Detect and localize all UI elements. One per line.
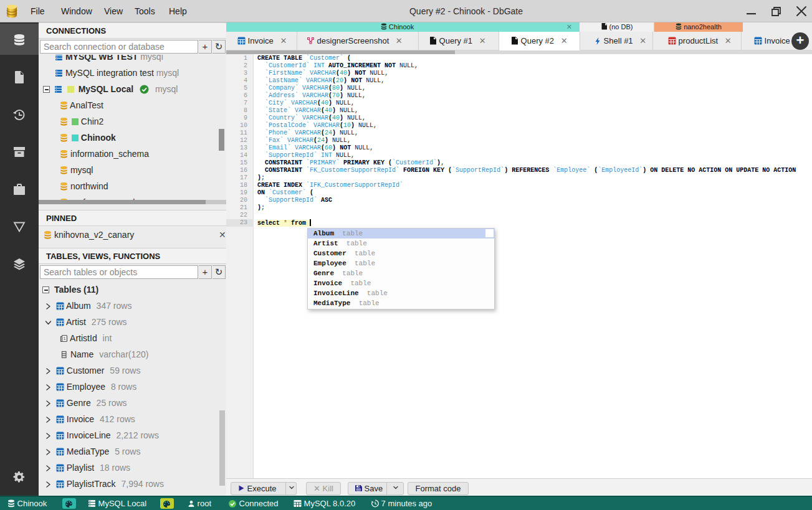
svg-text:1: 1 — [64, 336, 66, 341]
